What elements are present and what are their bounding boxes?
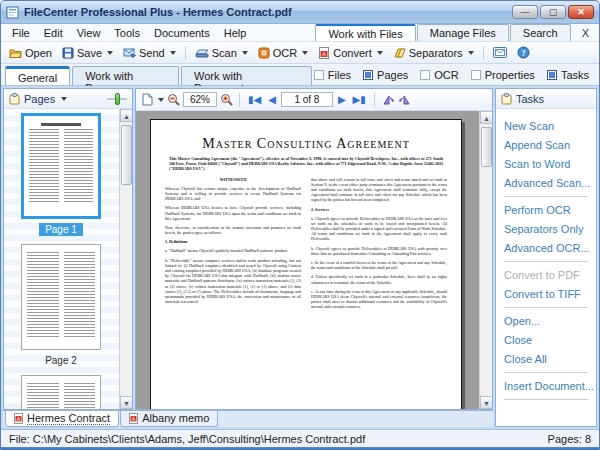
document-viewer: 62% ▮◀ ◀ 1 of 8 ▶ ▶▮ [135,88,493,410]
page-1-thumbnail[interactable] [21,113,101,219]
doc-tab-albany-memo[interactable]: A Albany memo [120,411,218,427]
document-page[interactable]: Master Consulting Agreement This Master … [150,119,462,409]
task-separators-only[interactable]: Separators Only [504,223,588,235]
toggle-tasks[interactable]: Tasks [547,69,589,81]
scroll-down-arrow[interactable]: ▼ [120,396,132,409]
tab-manage-files[interactable]: Manage Files [417,24,509,41]
pages-panel-header: Pages [4,89,132,109]
ocr-button[interactable]: OCR [254,46,312,60]
save-dropdown-caret[interactable] [107,51,113,55]
toggle-files[interactable]: Files [314,69,351,81]
first-page-button[interactable]: ▮◀ [246,94,263,105]
pages-dropdown-caret[interactable] [61,97,67,101]
viewer-scrollbar-thumb[interactable] [481,127,492,167]
zoom-level-input[interactable]: 62% [183,92,217,107]
task-advanced-scan[interactable]: Advanced Scan... [504,177,588,189]
task-append-scan[interactable]: Append Scan [504,139,588,151]
tabs-close-button[interactable]: X [572,25,599,41]
toolbar-separator [185,46,186,60]
toggle-ocr[interactable]: OCR [420,69,458,81]
email-button[interactable] [489,46,511,59]
menu-item-help[interactable]: Help [217,25,254,41]
maximize-button[interactable]: ▢ [540,5,566,19]
page-3-thumbnail[interactable] [21,375,101,409]
viewer-scrollbar[interactable]: ▲ ▼ [479,111,492,409]
task-convert-to-tiff[interactable]: Convert to TIFF [504,288,588,300]
svg-text:?: ? [521,49,525,58]
page-2-thumbnail[interactable] [21,244,101,350]
task-open[interactable]: Open... [504,315,588,327]
ocr-checkbox[interactable] [420,70,430,80]
menu-item-tools[interactable]: Tools [107,25,147,41]
minimize-button[interactable]: — [512,5,538,19]
toggle-properties[interactable]: Properties [471,69,535,81]
rotate-left-icon[interactable] [381,94,395,106]
page-2-label[interactable]: Page 2 [39,354,83,367]
convert-dropdown-caret[interactable] [377,51,383,55]
toggle-pages[interactable]: Pages [363,69,408,81]
tasks-checkbox[interactable] [547,70,557,80]
page-number-input[interactable]: 1 of 8 [281,92,333,107]
convert-button[interactable]: A Convert [314,46,387,60]
viewer-canvas[interactable]: Master Consulting Agreement This Master … [136,111,492,409]
scan-dropdown-caret[interactable] [242,51,248,55]
menu-item-edit[interactable]: Edit [37,25,70,41]
previous-page-button[interactable]: ◀ [266,94,278,105]
menu-item-file[interactable]: File [5,25,37,41]
task-close-all[interactable]: Close All [504,353,588,365]
page-1-label[interactable]: Page 1 [39,223,83,236]
svg-text:A: A [132,416,135,421]
thumbnails-scrollbar[interactable]: ▲ ▼ [119,109,132,409]
close-button[interactable]: ✕ [568,5,594,19]
separators-button[interactable]: Separators [389,46,478,60]
document-left-column: WITNESSETH Whereas Chywolf has certain u… [165,177,301,314]
scroll-up-arrow[interactable]: ▲ [120,109,132,122]
files-checkbox[interactable] [314,70,324,80]
scanner-icon [195,47,209,58]
task-new-scan[interactable]: New Scan [504,120,588,132]
help-button[interactable]: ? [513,45,534,60]
fit-page-icon[interactable] [142,93,153,106]
zoom-out-icon[interactable] [167,93,180,106]
thumbnail-size-slider[interactable] [107,93,127,105]
tab-general[interactable]: General [5,66,70,85]
status-page-count: Pages: 8 [548,433,591,445]
scan-button[interactable]: Scan [191,46,252,60]
tab-work-with-files[interactable]: Work with Files [315,24,415,41]
viewer-scroll-down-arrow[interactable]: ▼ [480,396,492,409]
last-page-button[interactable]: ▶▮ [351,94,368,105]
task-scan-to-word[interactable]: Scan to Word [504,158,588,170]
scrollbar-thumb[interactable] [121,125,132,185]
task-divider [504,261,588,262]
task-divider [504,399,588,400]
separators-dropdown-caret[interactable] [468,51,474,55]
menu-item-documents[interactable]: Documents [147,25,217,41]
task-close[interactable]: Close [504,334,588,346]
pages-checkbox[interactable] [363,70,373,80]
rotate-right-icon[interactable] [398,94,412,106]
task-perform-ocr[interactable]: Perform OCR [504,204,588,216]
ocr-dropdown-caret[interactable] [302,51,308,55]
tab-search[interactable]: Search [510,24,571,41]
doc-tab-hermes-contract[interactable]: A Hermes Contract [5,411,119,427]
menu-item-view[interactable]: View [70,25,108,41]
task-divider [504,372,588,373]
task-advanced-ocr[interactable]: Advanced OCR... [504,242,588,254]
properties-checkbox[interactable] [471,70,481,80]
save-button[interactable]: Save [58,46,117,60]
tab-work-with-pages[interactable]: Work with Pages [72,66,179,85]
app-icon [6,6,19,19]
send-dropdown-caret[interactable] [170,51,176,55]
next-page-button[interactable]: ▶ [336,94,348,105]
tab-work-with-documents[interactable]: Work with Documents [181,66,312,85]
fit-page-dropdown-caret[interactable] [158,98,164,102]
open-button[interactable]: Open [5,46,56,60]
send-icon [123,47,136,58]
zoom-in-icon[interactable] [220,93,233,106]
task-list: New Scan Append Scan Scan to Word Advanc… [496,109,596,410]
viewer-scroll-up-arrow[interactable]: ▲ [480,111,492,124]
status-file-path: File: C:\My Cabinets\Clients\Adams, Jeff… [9,433,548,445]
toolbar-separator [483,46,484,60]
task-insert-document[interactable]: Insert Document... [504,380,588,392]
send-button[interactable]: Send [119,46,180,60]
